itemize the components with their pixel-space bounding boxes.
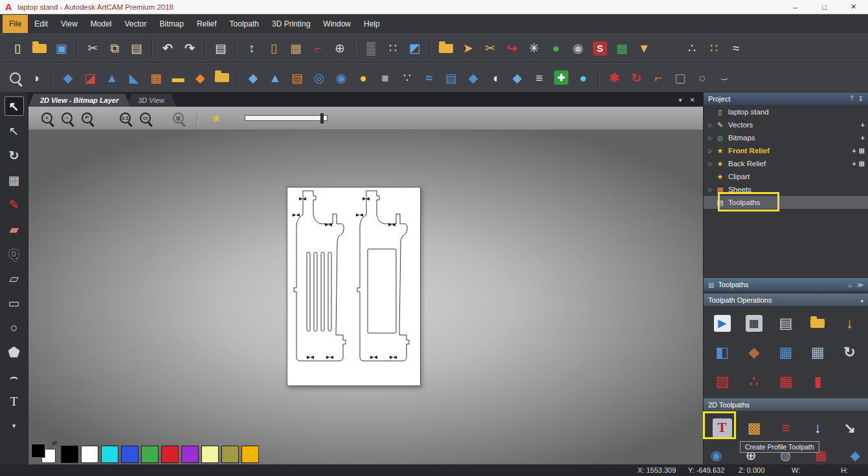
smooth-relief-icon[interactable]: ◪ (79, 72, 101, 84)
paper-stack-icon[interactable]: ≡ (528, 72, 550, 84)
pin-icon[interactable]: ↧ (858, 95, 863, 102)
expander-icon[interactable]: ▷ (706, 122, 715, 128)
tree-item-bitmaps[interactable]: ▷◍Bitmaps+ (704, 131, 868, 144)
colour-swatch-3[interactable] (101, 446, 118, 463)
toolpath-folder-icon[interactable] (810, 319, 825, 328)
home-icon[interactable]: ⌂ (848, 281, 852, 288)
green-grid-icon[interactable]: ▦ (611, 42, 633, 54)
tile-toolpaths-icon[interactable]: ▦ (779, 374, 793, 389)
sphere-box-icon[interactable]: ◎ (308, 72, 330, 84)
grey-sphere-icon[interactable]: ◉ (567, 42, 589, 54)
blue-diamond-icon[interactable]: ◆ (57, 72, 79, 84)
area-clearance-toolpath-icon[interactable]: ▩ (747, 421, 761, 435)
tree-item-sheets[interactable]: ▷▦Sheets (704, 183, 868, 196)
airbrush-icon[interactable]: ▒ (360, 42, 382, 54)
s-block-icon[interactable]: S (589, 41, 611, 56)
select-tool[interactable]: ↖ (5, 96, 24, 116)
blue-plane2-icon[interactable]: ◆ (462, 72, 484, 84)
weave-icon[interactable]: ▦ (145, 72, 167, 84)
orange-wedge-icon[interactable]: ◆ (189, 72, 211, 84)
open-model-icon[interactable] (28, 44, 50, 53)
tree-item-front-relief[interactable]: ▷★Front Relief+⊞ (704, 144, 868, 157)
preview-shape-icon[interactable]: ◗ (26, 72, 48, 84)
menu-view[interactable]: View (54, 15, 84, 33)
zoom-slider[interactable] (245, 115, 328, 121)
funnel-icon[interactable]: ▼ (633, 42, 655, 54)
zoom-selection-icon[interactable]: ▦ (173, 113, 184, 124)
merge-toolpaths-icon[interactable]: ▦ (779, 345, 793, 360)
colour-swatch-6[interactable] (161, 446, 179, 463)
colour-squares-icon[interactable]: ◩ (404, 42, 426, 54)
colour-swatch-4[interactable] (121, 446, 139, 463)
colour-swatch-5[interactable] (141, 446, 159, 463)
menu-bitmap[interactable]: Bitmap (153, 15, 190, 33)
menu-edit[interactable]: Edit (28, 15, 54, 33)
copy-icon[interactable]: ⧉ (104, 42, 126, 54)
scroll-down-icon[interactable]: ▾ (5, 416, 24, 435)
menu-window[interactable]: Window (317, 15, 357, 33)
toolpaths-bar[interactable]: ▤ Toolpaths ⌂≫ (704, 278, 868, 291)
colour-swatch-9[interactable] (221, 446, 239, 463)
draw-tool[interactable]: ✎ (5, 195, 24, 214)
simulation-sphere-icon[interactable]: ◉ (711, 449, 722, 462)
expander-icon[interactable]: ▷ (706, 135, 715, 141)
expand-chevron-icon[interactable]: ≫ (857, 281, 863, 288)
tree-item-toolpaths[interactable]: ▤Toolpaths (704, 196, 868, 209)
inlay-toolpath-icon[interactable]: ↘ (843, 421, 855, 435)
add-vectors-button[interactable]: + (861, 121, 865, 129)
mirror-toolpath-icon[interactable]: ◧ (715, 345, 729, 360)
blue-plane-icon[interactable]: ◆ (242, 72, 264, 84)
tree-item-vectors[interactable]: ▷✎Vectors+ (704, 118, 868, 131)
trim-vectors-icon[interactable]: ✂ (479, 42, 501, 54)
minimize-button[interactable]: – (781, 0, 810, 14)
rotate-toolpath-icon[interactable]: ↻ (843, 345, 855, 360)
marquee-icon[interactable]: ▢ (669, 72, 691, 84)
text-tool[interactable]: T (5, 391, 24, 411)
menu-help[interactable]: Help (357, 15, 386, 33)
lamp-icon[interactable]: ⌐ (307, 42, 329, 54)
new-model-icon[interactable]: ▯ (6, 42, 28, 54)
expander-icon[interactable]: ▷ (706, 161, 715, 167)
tree-item-back-relief[interactable]: ▷★Back Relief+⊞ (704, 157, 868, 170)
node-icon[interactable]: ∵ (396, 72, 418, 84)
help-icon[interactable]: ? (850, 95, 854, 102)
polyline-tool[interactable]: ▱ (5, 268, 24, 288)
menu-vector[interactable]: Vector (118, 15, 153, 33)
cone2-icon[interactable]: ▲ (264, 72, 286, 84)
add-block-icon[interactable]: ✚ (550, 70, 572, 85)
blue-wedge-icon[interactable]: ◣ (123, 72, 145, 84)
node-dots-icon[interactable]: ∴ (681, 42, 703, 54)
blue-cone-icon[interactable]: ▲ (101, 72, 123, 84)
drill-bank-icon[interactable]: ∴ (750, 374, 759, 389)
node-edit-tool[interactable]: ↖ (5, 121, 24, 140)
greyscale-dots-icon[interactable]: ∷ (382, 42, 404, 54)
save-model-icon[interactable]: ▣ (50, 42, 72, 54)
colour-swatch-8[interactable] (201, 446, 219, 463)
gold-sphere-icon[interactable]: ● (352, 72, 374, 84)
menu-toolpath[interactable]: Toolpath (223, 15, 265, 33)
create-profile-toolpath-icon[interactable]: T (713, 418, 732, 438)
snap-options-icon[interactable]: ⊕ (329, 42, 351, 54)
drilling-toolpath-icon[interactable]: ↓ (814, 421, 821, 435)
zoom-previous-icon[interactable]: ↶ (82, 113, 93, 124)
fillet-icon[interactable]: ↪ (501, 42, 523, 54)
gold-dots-icon[interactable]: ∷ (703, 42, 725, 54)
add-front-relief-layer-button[interactable]: ⊞ (859, 147, 865, 155)
transform-tool[interactable]: ↻ (5, 146, 24, 165)
menu-3d-printing[interactable]: 3D Printing (265, 15, 317, 33)
grey-curve-icon[interactable]: ⌣ (713, 72, 735, 84)
zoom-tool-icon[interactable] (4, 72, 26, 83)
erase-tool[interactable]: ▰ (5, 219, 24, 239)
menu-relief[interactable]: Relief (190, 15, 223, 33)
arc-arrow-icon[interactable]: ↻ (625, 72, 647, 84)
sphere-gear-icon[interactable]: ◉ (330, 72, 352, 84)
toolpath-notes-icon[interactable]: ▤ (779, 316, 793, 330)
enhance-bitmap-icon[interactable]: ★ (211, 113, 221, 124)
redo-icon[interactable]: ↷ (179, 42, 201, 54)
zoom-1to1-icon[interactable]: 1:1 (120, 113, 131, 124)
orange-layers-icon[interactable]: ▤ (286, 72, 308, 84)
position-model-icon[interactable]: ▯ (263, 42, 285, 54)
tree-item-laptop-stand[interactable]: ▯laptop stand (704, 105, 868, 118)
tab-2d-view-bitmap-layer[interactable]: 2D View - Bitmap Layer (28, 94, 130, 107)
zoom-in-icon[interactable]: + (41, 113, 52, 124)
